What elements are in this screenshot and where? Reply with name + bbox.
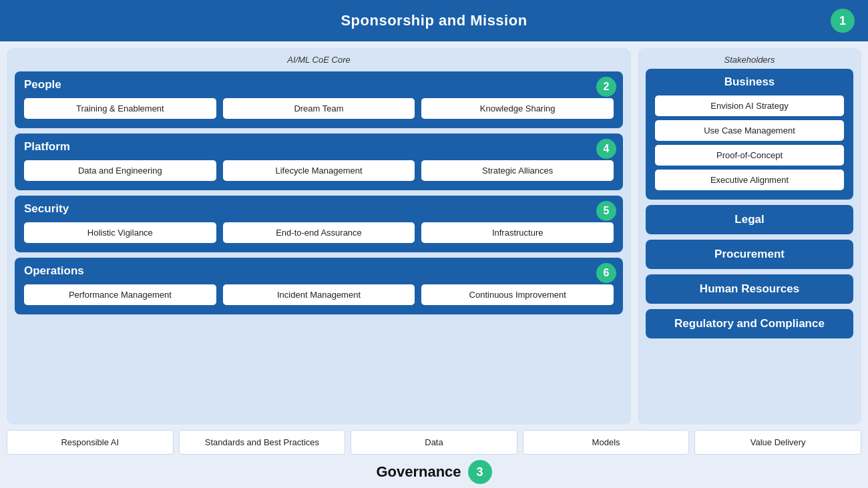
stakeholders-panel: Stakeholders Business Envision AI Strate… [638,48,861,425]
people-items: Training & Enablement Dream Team Knowled… [24,98,614,119]
coe-core-panel: AI/ML CoE Core People 2 Training & Enabl… [7,48,631,425]
people-badge: 2 [596,77,616,97]
security-item-0: Holistic Vigilance [24,222,216,243]
legal-section: Legal [646,205,853,234]
platform-items: Data and Engineering Lifecycle Managemen… [24,160,614,181]
platform-badge: 4 [596,139,616,159]
business-item-3: Executive Alignment [655,170,844,190]
governance-title: Governance [376,463,461,481]
people-section: People 2 Training & Enablement Dream Tea… [15,71,623,128]
people-item-0: Training & Enablement [24,98,216,119]
main-content: AI/ML CoE Core People 2 Training & Enabl… [0,41,868,425]
regulatory-section: Regulatory and Compliance [646,309,853,338]
governance-item-0: Responsible AI [7,430,174,455]
sponsorship-badge: 1 [831,9,855,33]
operations-badge: 6 [596,263,616,283]
governance-item-4: Value Delivery [694,430,861,455]
governance-item-2: Data [351,430,517,455]
business-section: Business Envision AI Strategy Use Case M… [646,69,853,200]
people-item-2: Knowledge Sharing [421,98,614,119]
people-item-1: Dream Team [223,98,415,119]
business-item-2: Proof-of-Concept [655,145,844,166]
platform-item-0: Data and Engineering [24,160,216,181]
platform-title: Platform [24,140,614,154]
security-title: Security [24,202,614,216]
operations-item-0: Performance Management [24,284,216,305]
governance-item-1: Standards and Best Practices [179,430,346,455]
operations-item-1: Incident Management [223,284,415,305]
governance-badge: 3 [468,460,492,484]
security-badge: 5 [596,201,616,221]
governance-item-3: Models [523,430,690,455]
operations-section: Operations 6 Performance Management Inci… [15,258,623,314]
coe-core-label: AI/ML CoE Core [15,55,623,65]
bottom-area: Responsible AI Standards and Best Practi… [0,425,868,488]
people-title: People [24,78,614,91]
platform-item-1: Lifecycle Management [223,160,415,181]
business-title: Business [655,75,844,89]
procurement-section: Procurement [646,240,853,269]
stakeholders-label: Stakeholders [646,55,853,65]
security-section: Security 5 Holistic Vigilance End-to-end… [15,196,623,252]
operations-title: Operations [24,264,614,278]
top-banner-title: Sponsorship and Mission [341,12,527,29]
platform-section: Platform 4 Data and Engineering Lifecycl… [15,134,623,190]
governance-items: Responsible AI Standards and Best Practi… [7,430,861,455]
operations-item-2: Continuous Improvement [421,284,614,305]
hr-section: Human Resources [646,274,853,304]
platform-item-2: Strategic Alliances [421,160,614,181]
operations-items: Performance Management Incident Manageme… [24,284,614,305]
security-item-1: End-to-end Assurance [223,222,415,243]
security-items: Holistic Vigilance End-to-end Assurance … [24,222,614,243]
top-banner: Sponsorship and Mission 1 [0,0,868,41]
business-item-0: Envision AI Strategy [655,95,844,116]
business-item-1: Use Case Management [655,120,844,141]
governance-footer: Governance 3 [7,455,861,488]
security-item-2: Infrastructure [421,222,614,243]
